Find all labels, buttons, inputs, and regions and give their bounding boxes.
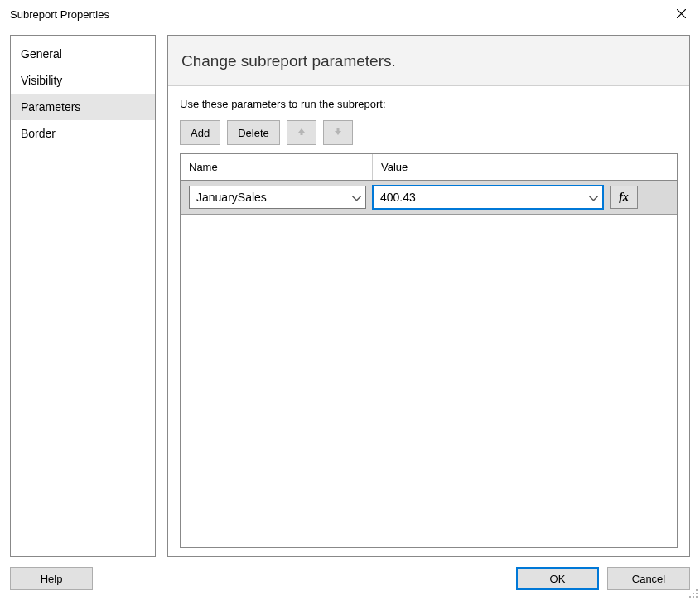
titlebar: Subreport Properties (0, 0, 700, 28)
help-button[interactable]: Help (10, 567, 93, 590)
fx-icon: fx (619, 191, 629, 204)
main-panel: Change subreport parameters. Use these p… (167, 35, 690, 557)
window-title: Subreport Properties (10, 8, 662, 21)
subreport-properties-dialog: Subreport Properties General Visibility … (0, 0, 700, 600)
sidebar-item-general[interactable]: General (11, 41, 155, 67)
grid-body: fx (181, 181, 677, 547)
grid-row[interactable]: fx (181, 181, 677, 215)
sidebar-item-label: Border (21, 127, 56, 140)
sidebar-item-label: Parameters (21, 100, 80, 114)
arrow-down-icon (333, 127, 343, 139)
cancel-button[interactable]: Cancel (607, 567, 690, 590)
parameter-name-input[interactable] (190, 186, 348, 208)
instruction-text: Use these parameters to run the subrepor… (180, 98, 678, 110)
ok-button[interactable]: OK (516, 567, 599, 590)
add-button[interactable]: Add (180, 120, 220, 145)
move-up-button[interactable] (287, 120, 316, 145)
sidebar-item-visibility[interactable]: Visibility (11, 67, 155, 94)
svg-point-2 (696, 593, 698, 594)
resize-grip[interactable] (688, 588, 698, 598)
value-dropdown-button[interactable] (584, 186, 602, 208)
content-area: General Visibility Parameters Border Cha… (0, 28, 700, 560)
name-dropdown-button[interactable] (348, 186, 365, 208)
chevron-down-icon (589, 191, 598, 204)
expression-button[interactable]: fx (610, 186, 638, 209)
sidebar-item-parameters[interactable]: Parameters (11, 94, 155, 120)
parameter-value-combo[interactable] (373, 186, 603, 209)
sidebar-item-border[interactable]: Border (11, 120, 155, 147)
svg-point-5 (696, 596, 698, 598)
parameters-grid: Name Value (180, 153, 678, 548)
parameters-toolbar: Add Delete (180, 120, 678, 145)
move-down-button[interactable] (323, 120, 353, 145)
arrow-up-icon (297, 127, 307, 139)
svg-point-1 (693, 593, 694, 594)
close-icon (677, 8, 686, 21)
delete-button[interactable]: Delete (227, 120, 280, 145)
parameter-name-combo[interactable] (189, 186, 366, 209)
svg-point-4 (693, 596, 694, 598)
svg-point-3 (689, 596, 691, 598)
chevron-down-icon (352, 191, 361, 204)
sidebar-item-label: Visibility (21, 74, 62, 87)
sidebar: General Visibility Parameters Border (10, 35, 156, 557)
column-header-name[interactable]: Name (181, 154, 373, 180)
dialog-footer: Help OK Cancel (0, 560, 700, 600)
close-button[interactable] (662, 0, 700, 28)
grid-header: Name Value (181, 154, 677, 181)
panel-heading: Change subreport parameters. (168, 36, 689, 86)
sidebar-item-label: General (21, 47, 62, 60)
parameter-value-input[interactable] (374, 186, 584, 208)
column-header-value[interactable]: Value (373, 154, 677, 180)
svg-point-0 (696, 589, 698, 591)
panel-body: Use these parameters to run the subrepor… (168, 86, 689, 556)
